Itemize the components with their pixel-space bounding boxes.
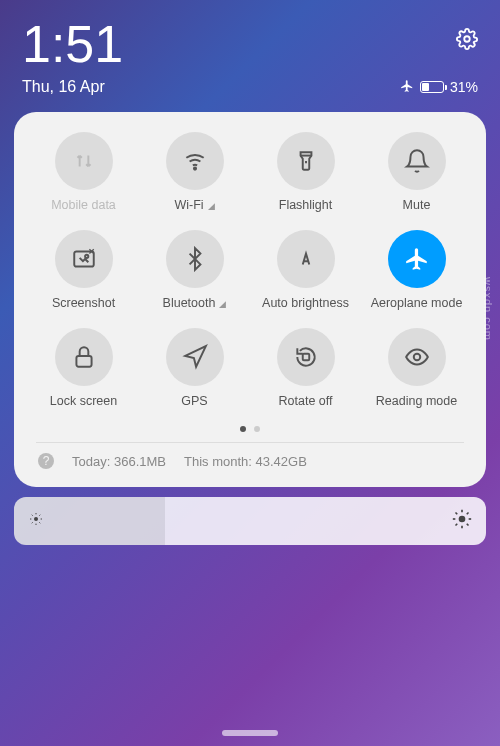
lock-screen-icon — [55, 328, 113, 386]
signal-indicator-icon: ◢ — [219, 299, 226, 309]
svg-line-16 — [32, 522, 33, 523]
svg-line-15 — [39, 522, 40, 523]
toggle-label: Flashlight — [279, 198, 333, 212]
home-indicator[interactable] — [222, 730, 278, 736]
toggle-label: Auto brightness — [262, 296, 349, 310]
toggle-wifi[interactable]: Wi-Fi◢ — [139, 132, 250, 212]
svg-line-23 — [456, 513, 458, 515]
toggle-label: Screenshot — [52, 296, 115, 310]
page-dot-2 — [254, 426, 260, 432]
battery-percent: 31% — [450, 79, 478, 95]
svg-point-5 — [85, 255, 88, 258]
svg-line-14 — [32, 515, 33, 516]
toggle-label: Bluetooth◢ — [163, 296, 227, 310]
divider — [36, 442, 464, 443]
brightness-low-icon — [28, 511, 44, 531]
battery-icon — [420, 81, 444, 93]
status-bar: 1:51 Thu, 16 Apr 31% — [0, 0, 500, 96]
brightness-high-icon — [452, 509, 472, 533]
toggle-mute[interactable]: Mute — [361, 132, 472, 212]
svg-line-25 — [456, 524, 458, 526]
svg-rect-7 — [302, 354, 309, 361]
svg-point-8 — [413, 354, 420, 361]
page-dot-1 — [240, 426, 246, 432]
svg-point-18 — [459, 516, 466, 523]
data-usage-today: Today: 366.1MB — [72, 454, 166, 469]
toggle-grid: Mobile dataWi-Fi◢FlashlightMuteScreensho… — [22, 132, 478, 418]
toggle-rotate-off[interactable]: Rotate off — [250, 328, 361, 408]
svg-line-24 — [467, 524, 469, 526]
toggle-bluetooth[interactable]: Bluetooth◢ — [139, 230, 250, 310]
toggle-label: GPS — [181, 394, 207, 408]
page-indicator[interactable] — [22, 418, 478, 442]
toggle-label: Aeroplane mode — [371, 296, 463, 310]
bluetooth-icon — [166, 230, 224, 288]
info-icon: ? — [38, 453, 54, 469]
toggle-label: Lock screen — [50, 394, 117, 408]
rotate-off-icon — [277, 328, 335, 386]
toggle-flashlight[interactable]: Flashlight — [250, 132, 361, 212]
svg-line-17 — [39, 515, 40, 516]
clock-time: 1:51 — [22, 18, 478, 70]
reading-mode-icon — [388, 328, 446, 386]
toggle-label: Wi-Fi◢ — [174, 198, 214, 212]
status-right: 31% — [400, 79, 478, 96]
toggle-gps[interactable]: GPS — [139, 328, 250, 408]
settings-gear-icon[interactable] — [456, 28, 478, 54]
toggle-label: Reading mode — [376, 394, 457, 408]
airplane-status-icon — [400, 79, 414, 96]
toggle-mobile-data[interactable]: Mobile data — [28, 132, 139, 212]
toggle-label: Mute — [403, 198, 431, 212]
data-usage-month: This month: 43.42GB — [184, 454, 307, 469]
data-usage-row[interactable]: ? Today: 366.1MB This month: 43.42GB — [22, 453, 478, 475]
toggle-lock-screen[interactable]: Lock screen — [28, 328, 139, 408]
toggle-reading-mode[interactable]: Reading mode — [361, 328, 472, 408]
signal-indicator-icon: ◢ — [208, 201, 215, 211]
mute-icon — [388, 132, 446, 190]
status-date: Thu, 16 Apr — [22, 78, 105, 96]
quick-settings-panel: Mobile dataWi-Fi◢FlashlightMuteScreensho… — [14, 112, 486, 487]
svg-rect-6 — [76, 356, 91, 367]
toggle-label: Rotate off — [279, 394, 333, 408]
svg-point-1 — [193, 168, 195, 170]
auto-brightness-icon — [277, 230, 335, 288]
svg-point-9 — [34, 517, 38, 521]
brightness-slider[interactable] — [14, 497, 486, 545]
svg-point-0 — [464, 36, 470, 42]
mobile-data-icon — [55, 132, 113, 190]
toggle-aeroplane-mode[interactable]: Aeroplane mode — [361, 230, 472, 310]
aeroplane-mode-icon — [388, 230, 446, 288]
svg-line-26 — [467, 513, 469, 515]
watermark: wsxdn.com — [482, 277, 494, 341]
screenshot-icon — [55, 230, 113, 288]
toggle-label: Mobile data — [51, 198, 116, 212]
gps-icon — [166, 328, 224, 386]
toggle-auto-brightness[interactable]: Auto brightness — [250, 230, 361, 310]
toggle-screenshot[interactable]: Screenshot — [28, 230, 139, 310]
wifi-icon — [166, 132, 224, 190]
flashlight-icon — [277, 132, 335, 190]
